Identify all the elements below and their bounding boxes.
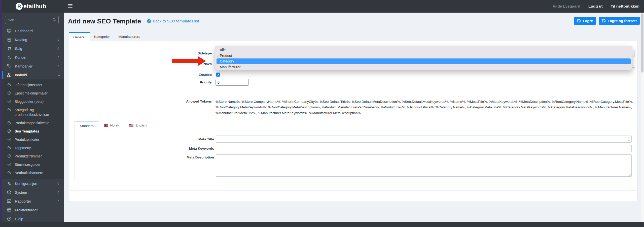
chevron-left-icon xyxy=(58,65,60,68)
chevron-left-icon xyxy=(58,56,60,59)
dot-circle-icon xyxy=(8,171,11,174)
chevron-left-icon xyxy=(58,191,60,194)
dot-circle-icon xyxy=(8,129,11,133)
enabled-label: Enabled xyxy=(69,73,212,77)
sidebar-subitem-bloggposter[interactable]: Bloggposter (beta) xyxy=(2,98,64,106)
page-header: Add new SEO Template Back to SEO templat… xyxy=(68,16,199,26)
topbar: Vilde Lysgaard Logg ut Til nettbutikken xyxy=(64,0,644,13)
priority-input[interactable] xyxy=(216,79,249,86)
sidebar-subitem-storrelsesguider[interactable]: Størrelsesguider xyxy=(2,160,64,169)
sidebar-subitem-produktstrommer[interactable]: Produktstrømmer xyxy=(2,152,64,160)
brand-name: etailhub xyxy=(23,3,46,10)
sidebar-subitem-informasjonssider[interactable]: Informasjonssider xyxy=(2,81,64,89)
meta-title-input[interactable] xyxy=(216,136,632,143)
save-button[interactable]: Lagre xyxy=(574,17,596,25)
lang-tab-norsk[interactable]: Norsk xyxy=(99,121,124,130)
section-divider xyxy=(69,93,637,93)
meta-keywords-input[interactable] xyxy=(216,145,632,152)
us-flag-icon xyxy=(129,124,133,127)
sidetype-label: Sidetype xyxy=(69,51,212,55)
check-icon xyxy=(217,73,220,76)
dropdown-option-product[interactable]: ✓Product xyxy=(215,53,632,59)
dot-circle-icon xyxy=(8,121,11,124)
scrollbar-thumb[interactable] xyxy=(641,13,643,73)
logout-link[interactable]: Logg ut xyxy=(588,4,603,9)
tab-kategorier[interactable]: Kategorier xyxy=(90,32,114,41)
sidebar-subitem-produktplakater[interactable]: Produktplakater xyxy=(2,136,64,144)
tab-manufacturers[interactable]: Manufacturers xyxy=(114,32,144,41)
sidebar-item-fraktfakturaer[interactable]: Fraktfakturaer xyxy=(2,206,64,214)
chart-icon xyxy=(7,199,11,203)
help-circle-icon xyxy=(7,217,11,221)
sidebar-toggle-button[interactable] xyxy=(68,4,73,8)
sidebar: R etailhub Dashboard Katalog Salg xyxy=(2,0,64,227)
chevron-left-icon xyxy=(58,200,60,203)
sidebar-item-rapporter[interactable]: Rapporter xyxy=(2,197,64,206)
meta-description-textarea[interactable] xyxy=(216,154,632,177)
sidebar-subitem-produkttagbeskrivelse[interactable]: Produkttagbeskrivelse xyxy=(2,119,64,127)
lang-tab-english[interactable]: English xyxy=(124,121,152,130)
back-to-list-link[interactable]: Back to SEO templates list xyxy=(147,19,199,23)
dropdown-option-manufacturer[interactable]: Manufacturer xyxy=(215,64,632,70)
sidetype-dropdown-popup: Alle ✓Product Category Manufacturer xyxy=(215,46,632,70)
floppy-disk-icon xyxy=(602,19,606,23)
sidebar-subitem-kategori-produsentbeskrivelser[interactable]: Kategori- og produsentbeskrivelser xyxy=(2,106,64,119)
meta-title-label: Meta Title xyxy=(75,137,214,141)
sidebar-search xyxy=(5,16,59,24)
search-input[interactable] xyxy=(5,16,59,24)
bottom-divider xyxy=(69,190,637,191)
retailhub-logo-icon: R xyxy=(16,3,23,10)
tab-general[interactable]: General xyxy=(69,32,90,41)
user-name: Vilde Lysgaard xyxy=(553,4,580,9)
sidebar-item-salg[interactable]: Salg xyxy=(2,44,64,53)
chevron-left-icon xyxy=(58,39,60,41)
to-store-link[interactable]: Til nettbutikken xyxy=(611,4,639,9)
cube-icon xyxy=(7,190,11,194)
dot-circle-icon xyxy=(8,146,11,149)
sidebar-item-innhold[interactable]: Innhold xyxy=(2,71,64,79)
sidebar-item-dashboard[interactable]: Dashboard xyxy=(2,26,64,35)
dropdown-option-category[interactable]: Category xyxy=(217,58,631,64)
dot-circle-icon xyxy=(8,138,11,141)
allowed-tokens-text: %Store.Name%, %Store.CompanyName%, %Stor… xyxy=(216,99,638,116)
topbar-links: Vilde Lysgaard Logg ut Til nettbutikken xyxy=(553,0,640,13)
sidebar-subitem-nettbutikkbannere[interactable]: Nettbutikkbannere xyxy=(2,169,64,177)
floppy-disk-icon xyxy=(577,19,581,23)
header-actions: Lagre Lagre og fortsett xyxy=(574,17,640,25)
meta-keywords-label: Meta Keywords xyxy=(75,147,214,150)
dot-circle-icon xyxy=(8,154,11,158)
lang-tab-standard[interactable]: Standard xyxy=(75,121,99,130)
page-title: Add new SEO Template xyxy=(68,17,141,25)
dot-circle-icon xyxy=(8,100,11,103)
sidebar-item-katalog[interactable]: Katalog xyxy=(2,35,64,44)
sidebar-item-kunder[interactable]: Kunder xyxy=(2,53,64,62)
sidebar-subitem-epost-meldingsmaler[interactable]: Epost meldingsmaler xyxy=(2,89,64,98)
language-tabs: Standard Norsk English xyxy=(75,121,152,130)
text-cursor-icon xyxy=(628,137,630,141)
dashboard-icon xyxy=(7,29,11,33)
chevron-left-icon xyxy=(58,47,60,50)
cart-icon xyxy=(7,46,11,51)
credit-card-icon xyxy=(7,208,11,212)
save-and-continue-button[interactable]: Lagre og fortsett xyxy=(599,17,640,25)
search-icon xyxy=(53,18,56,22)
sidebar-item-system[interactable]: System xyxy=(2,188,64,197)
sidebar-item-konfigurasjon[interactable]: Konfigurasjon xyxy=(2,179,64,188)
enabled-checkbox[interactable] xyxy=(216,73,220,77)
page-scrollbar[interactable] xyxy=(640,13,644,222)
chevron-left-icon xyxy=(58,182,60,185)
app-logo[interactable]: R etailhub xyxy=(2,0,64,13)
sidebar-subitem-seo-templates[interactable]: Seo Templates xyxy=(2,127,64,136)
footer-bar xyxy=(0,222,644,227)
dot-circle-icon xyxy=(8,83,11,86)
chevron-down-icon xyxy=(58,74,60,76)
checkmark-icon: ✓ xyxy=(217,54,219,57)
innhold-submenu: Informasjonssider Epost meldingsmaler Bl… xyxy=(2,79,64,179)
content-cubes-icon xyxy=(7,73,11,77)
sidebar-item-kampanjer[interactable]: Kampanjer xyxy=(2,62,64,71)
main-content: Add new SEO Template Back to SEO templat… xyxy=(64,13,644,222)
meta-description-label: Meta Description xyxy=(75,155,214,159)
dropdown-option-alle[interactable]: Alle xyxy=(215,47,632,53)
customer-icon xyxy=(7,55,11,59)
sidebar-subitem-toppmeny[interactable]: Toppmeny xyxy=(2,144,64,152)
